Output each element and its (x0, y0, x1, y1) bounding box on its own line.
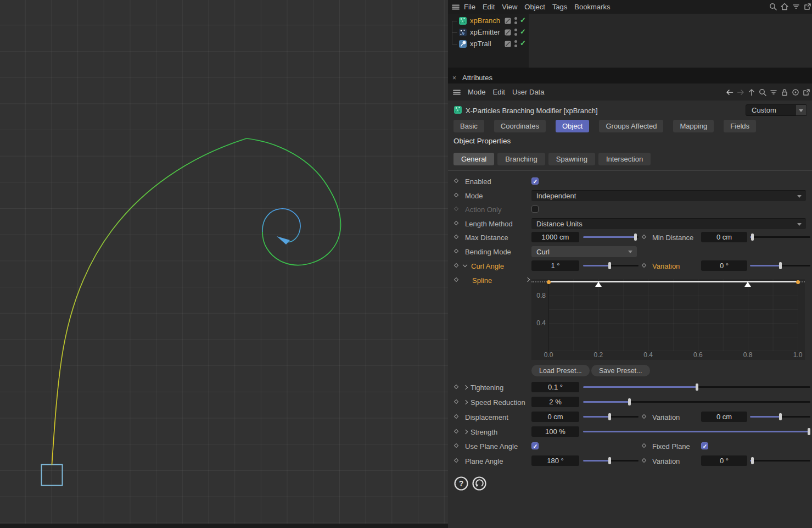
menu-object[interactable]: Object (524, 3, 545, 11)
search-icon[interactable] (769, 2, 777, 11)
visibility-dots[interactable] (514, 29, 517, 37)
tightening-slider[interactable] (583, 384, 810, 391)
layer-toggle-icon[interactable] (505, 29, 511, 36)
trail-curve-loop[interactable] (247, 138, 341, 265)
tightening-value[interactable]: 0.1 ° (531, 382, 579, 392)
keyframe-diamond[interactable] (454, 414, 458, 419)
enabled-check-icon[interactable]: ✓ (520, 27, 526, 36)
speed-reduction-value[interactable]: 2 % (531, 397, 579, 407)
plane-variation-value[interactable]: 0 ° (701, 455, 747, 466)
expand-chevron-icon[interactable] (463, 400, 468, 404)
menu-edit[interactable]: Edit (493, 88, 505, 96)
forward-arrow-icon[interactable] (736, 88, 745, 97)
popout-icon[interactable] (802, 88, 811, 97)
up-arrow-icon[interactable] (747, 88, 756, 97)
visibility-dots[interactable] (514, 17, 517, 26)
tab-groups-affected[interactable]: Groups Affected (599, 120, 663, 132)
reset-icon[interactable] (472, 476, 487, 491)
keyframe-diamond[interactable] (454, 458, 458, 463)
object-row-xpemitter[interactable]: xpEmitter ✓ (448, 27, 529, 38)
keyframe-diamond[interactable] (642, 414, 646, 419)
menu-mode[interactable]: Mode (468, 88, 486, 96)
hamburger-menu-icon[interactable] (452, 88, 461, 97)
tab-coordinates[interactable]: Coordinates (494, 120, 546, 132)
enabled-check-icon[interactable]: ✓ (520, 39, 526, 47)
close-icon[interactable]: × (452, 74, 456, 82)
displacement-slider[interactable] (583, 413, 639, 420)
object-row-xptrail[interactable]: xpTrail ✓ (448, 38, 529, 50)
displacement-variation-value[interactable]: 0 cm (701, 412, 747, 422)
layer-toggle-icon[interactable] (505, 41, 511, 47)
expand-chevron-icon[interactable] (463, 385, 468, 390)
min-distance-value[interactable]: 0 cm (701, 232, 747, 242)
subtab-general[interactable]: General (453, 153, 494, 165)
menu-file[interactable]: File (464, 3, 475, 11)
spline-graph[interactable]: 0.00.20.40.60.81.0 0.80.4 (531, 279, 805, 360)
strength-slider[interactable] (583, 428, 810, 435)
menu-view[interactable]: View (502, 3, 517, 11)
tab-fields[interactable]: Fields (724, 120, 756, 132)
load-preset-button[interactable]: Load Preset... (531, 365, 590, 376)
plane-angle-value[interactable]: 180 ° (531, 455, 579, 466)
keyframe-diamond[interactable] (642, 235, 646, 239)
popout-icon[interactable] (803, 2, 812, 11)
keyframe-diamond[interactable] (454, 235, 458, 239)
menu-tags[interactable]: Tags (552, 3, 567, 11)
menu-user-data[interactable]: User Data (512, 88, 545, 96)
object-name[interactable]: xpEmitter (470, 28, 500, 36)
keyframe-diamond[interactable] (454, 277, 458, 282)
save-preset-button[interactable]: Save Preset... (591, 365, 650, 376)
chevron-down-icon[interactable] (796, 105, 807, 115)
filter-icon[interactable] (769, 88, 778, 97)
displacement-value[interactable]: 0 cm (531, 412, 579, 422)
keyframe-diamond[interactable] (454, 263, 458, 268)
object-name[interactable]: xpBranch (470, 16, 500, 25)
plane-variation-slider[interactable] (750, 457, 810, 464)
menu-bookmarks[interactable]: Bookmarks (574, 3, 610, 11)
bending-mode-dropdown[interactable]: Curl (531, 246, 637, 257)
subtab-branching[interactable]: Branching (497, 153, 545, 165)
back-arrow-icon[interactable] (725, 88, 734, 97)
search-icon[interactable] (758, 88, 767, 97)
layer-toggle-icon[interactable] (505, 18, 511, 24)
subtab-intersection[interactable]: Intersection (598, 153, 651, 165)
keyframe-diamond[interactable] (454, 221, 458, 225)
hamburger-menu-icon[interactable] (451, 3, 460, 12)
keyframe-diamond[interactable] (454, 179, 458, 183)
displacement-variation-slider[interactable] (750, 413, 810, 420)
keyframe-diamond[interactable] (454, 443, 458, 448)
keyframe-diamond[interactable] (454, 249, 458, 253)
visibility-dots[interactable] (514, 40, 517, 49)
keyframe-diamond[interactable] (454, 429, 458, 433)
enabled-check-icon[interactable]: ✓ (520, 16, 526, 24)
speed-reduction-slider[interactable] (583, 398, 810, 405)
expand-chevron-icon[interactable] (525, 277, 530, 282)
preset-dropdown[interactable]: Custom (746, 104, 807, 116)
curl-variation-value[interactable]: 0 ° (701, 260, 747, 271)
keyframe-diamond[interactable] (642, 443, 646, 448)
curl-angle-value[interactable]: 1 ° (531, 260, 579, 271)
fixed-plane-checkbox[interactable] (701, 442, 708, 449)
filter-icon[interactable] (792, 2, 800, 11)
lock-icon[interactable] (780, 88, 789, 97)
length-method-dropdown[interactable]: Distance Units (531, 218, 806, 229)
keyframe-diamond[interactable] (454, 385, 458, 389)
enabled-checkbox[interactable] (531, 177, 539, 185)
keyframe-diamond[interactable] (642, 458, 646, 463)
tab-mapping[interactable]: Mapping (673, 120, 714, 132)
expand-chevron-icon[interactable] (463, 430, 468, 434)
curl-variation-slider[interactable] (750, 262, 810, 269)
trail-curve-inner[interactable] (262, 209, 300, 242)
min-distance-slider[interactable] (750, 234, 810, 241)
action-only-checkbox[interactable] (531, 205, 539, 213)
keyframe-diamond[interactable] (454, 399, 458, 404)
menu-edit[interactable]: Edit (483, 3, 495, 11)
tab-basic[interactable]: Basic (453, 120, 484, 132)
emitter-square[interactable] (42, 465, 63, 486)
home-icon[interactable] (780, 2, 789, 11)
keyframe-diamond[interactable] (642, 263, 646, 268)
subtab-spawning[interactable]: Spawning (548, 153, 595, 165)
object-manager[interactable]: xpBranch ✓ xpEmitter (448, 14, 812, 68)
viewport[interactable] (0, 0, 448, 528)
target-icon[interactable] (791, 88, 800, 97)
